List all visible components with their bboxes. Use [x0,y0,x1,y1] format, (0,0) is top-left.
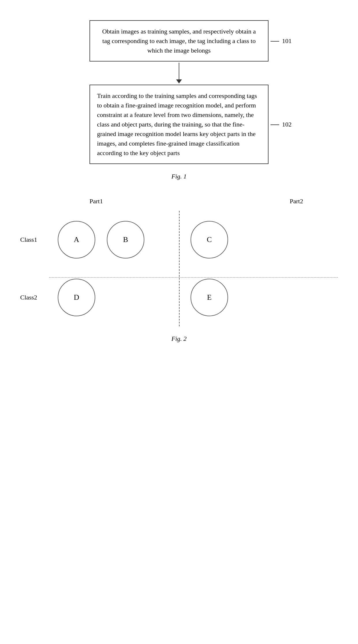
part2-header: Part2 [290,198,303,205]
step1-text: Obtain images as training samples, and r… [102,28,256,54]
circle-A: A [58,221,95,258]
step1-box: Obtain images as training samples, and r… [90,20,268,62]
arrow-line-1 [179,63,179,80]
class2-circles-left: D [58,279,173,316]
step1-label-line [271,41,279,42]
fig2-section: Part1 Part2 Class1 A B C [17,198,341,343]
class1-label: Class1 [20,236,52,243]
class2-label: Class2 [20,294,52,301]
class2-row: Class2 D E [20,269,338,326]
class2-circles-right: E [191,279,277,316]
circle-B: B [107,221,144,258]
step2-text: Train according to the training samples … [97,92,257,157]
fig2-headers: Part1 Part2 [20,198,338,205]
step2-label: 102 [271,121,292,128]
arrow-head-1 [176,79,182,83]
arrow-down-1 [176,62,182,85]
class1-circles-left: A B [58,221,173,258]
class1-row: Class1 A B C [20,211,338,269]
class1-circles-right: C [191,221,277,258]
circle-E: E [191,279,228,316]
fig1-section: Obtain images as training samples, and r… [17,12,341,180]
step2-flow: Train according to the training samples … [90,85,268,164]
step2-box: Train according to the training samples … [90,85,268,164]
fig2-grid: Part1 Part2 Class1 A B C [20,198,338,326]
page-container: Obtain images as training samples, and r… [0,0,358,644]
step1-label: 101 [271,37,292,45]
step1-label-number: 101 [282,37,292,44]
fig1-caption: Fig. 1 [171,173,187,180]
step2-label-line [271,124,279,125]
step2-label-number: 102 [282,121,292,128]
circle-D: D [58,279,95,316]
step1-flow: Obtain images as training samples, and r… [90,20,268,62]
part1-header: Part1 [90,198,103,205]
fig2-caption: Fig. 2 [17,335,341,343]
fig2-content: Class1 A B C Class2 D E [20,211,338,326]
circle-C: C [191,221,228,258]
